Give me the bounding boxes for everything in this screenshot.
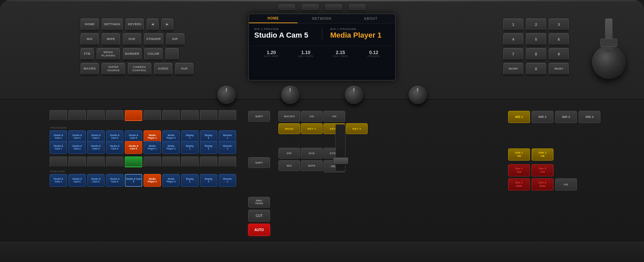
me2-button[interactable]: M/E 2 [532, 111, 553, 123]
media-players-button[interactable]: MEDIA PLAYERS [97, 48, 120, 60]
grey-r2-9[interactable] [200, 157, 217, 167]
num-4[interactable]: 4 [503, 33, 523, 45]
on-btn-1[interactable]: ON [301, 111, 323, 122]
mid-src-2[interactable]: Studio A Cam 2 [68, 141, 86, 154]
tbar[interactable] [335, 124, 345, 171]
macro-btn[interactable]: MACRO [278, 111, 300, 122]
mid-src-7[interactable]: Media Player 2 [162, 141, 180, 154]
mix-btn[interactable]: MIX [278, 160, 300, 171]
dsk2-auto-button[interactable]: Dsc 2 Auto [532, 178, 553, 190]
next-button[interactable]: ► [161, 18, 173, 31]
bkgd-btn[interactable]: BKGD [278, 123, 300, 134]
super-source-button[interactable]: SUPER SOURCE [102, 63, 125, 75]
auto-button[interactable]: AUTO [248, 224, 270, 236]
grey-r2-5-green[interactable] [125, 157, 142, 167]
grey-bus-btn-active[interactable] [125, 110, 142, 121]
prev-src-4[interactable]: Studio A Cam 4 [106, 174, 123, 187]
prev-src-8[interactable]: Replay 1 [181, 174, 199, 187]
num-2[interactable]: 2 [526, 18, 546, 31]
prev-trans-button[interactable]: PREV TRANS [248, 197, 270, 208]
knob-1[interactable] [217, 86, 236, 104]
dsk1-cut-button[interactable]: Dsc 1 Cut [508, 164, 530, 176]
shift-button-1[interactable]: SHIFT [248, 111, 270, 122]
tbar-handle[interactable] [333, 158, 348, 164]
prev-button[interactable]: ◄ [147, 18, 159, 31]
stinger-button[interactable]: STINGER [144, 33, 163, 45]
extra-btn-1[interactable] [165, 48, 179, 60]
prev-src-6[interactable]: Media Player 1 [144, 174, 161, 187]
grey-r2-7[interactable] [162, 157, 180, 167]
prev-src-10[interactable]: Remote 1 [219, 174, 236, 187]
me4-button[interactable]: M/E 4 [579, 111, 600, 123]
tab-network[interactable]: NETWORK [298, 14, 346, 23]
mid-src-6[interactable]: Media Player 1 [144, 141, 161, 154]
dsk2-cut-button[interactable]: Dsc 2 Cut [532, 164, 553, 176]
grey-bus-btn[interactable] [87, 110, 105, 121]
aux-button[interactable]: AUX [175, 63, 194, 75]
grey-bus-btn[interactable] [50, 110, 67, 121]
grey-r2-10[interactable] [219, 157, 236, 167]
reset-button[interactable]: RESET [549, 63, 569, 75]
mid-src-4[interactable]: Studio A Cam 4 [106, 141, 123, 154]
me3-button[interactable]: M/E 3 [555, 111, 577, 123]
grey-r2-1[interactable] [50, 157, 67, 167]
dsk1-auto-button[interactable]: Dsc 1 Auto [508, 178, 530, 190]
audio-button[interactable]: AUDIO [154, 63, 172, 75]
mid-src-3[interactable]: Studio A Cam 3 [87, 141, 105, 154]
top-mini-btn-3[interactable] [325, 4, 342, 10]
grey-bus-btn[interactable] [68, 110, 86, 121]
mid-src-1[interactable]: Studio A Cam 1 [50, 141, 67, 154]
grey-r2-3[interactable] [87, 157, 105, 167]
prev-src-5-active[interactable]: Studio A Cam 5 [125, 174, 142, 187]
num-7[interactable]: 7 [503, 48, 523, 60]
knob-3[interactable] [345, 86, 363, 104]
dip-btn[interactable]: DIP [278, 148, 300, 159]
enter-button[interactable]: ENTER [503, 63, 523, 75]
num-5[interactable]: 5 [526, 33, 546, 45]
mid-src-5[interactable]: Studio A Cam 5 [125, 141, 142, 154]
mid-src-10[interactable]: Remote 1 [219, 141, 236, 154]
on-btn-2[interactable]: ON [323, 111, 345, 122]
dsk2-tie-button[interactable]: DSK 2 TIE [532, 148, 553, 161]
macro-button[interactable]: MACRO [80, 63, 99, 75]
top-mini-btn-1[interactable] [278, 4, 295, 10]
prev-src-3[interactable]: Studio A Cam 3 [87, 174, 105, 187]
cut-button[interactable]: CUT [248, 210, 270, 222]
top-mini-btn-2[interactable] [302, 4, 319, 10]
top-mini-btn-4[interactable] [349, 4, 366, 10]
settings-button[interactable]: SETTINGS [102, 18, 123, 31]
grey-bus-btn[interactable] [162, 110, 180, 121]
keyers-button[interactable]: KEYERS [125, 18, 144, 31]
mid-src-9[interactable]: Replay 2 [200, 141, 217, 154]
knob-2[interactable] [281, 86, 300, 104]
ftb-right-button[interactable]: FtS [555, 178, 577, 190]
tab-about[interactable]: ABOUT [346, 14, 395, 23]
num-1[interactable]: 1 [503, 18, 523, 31]
dip-button[interactable]: DIP [166, 33, 184, 45]
key3-btn[interactable]: KEY 3 [346, 123, 368, 134]
color-button[interactable]: COLOR [144, 48, 163, 60]
grey-r2-4[interactable] [106, 157, 123, 167]
mix-button[interactable]: MIX [80, 33, 99, 45]
num-8[interactable]: 8 [526, 48, 546, 60]
grey-bus-btn[interactable] [200, 110, 217, 121]
num-3[interactable]: 3 [549, 18, 569, 31]
prev-src-7[interactable]: Media Player 2 [162, 174, 180, 187]
mid-src-8[interactable]: Replay 1 [181, 141, 199, 154]
num-6[interactable]: 6 [549, 33, 569, 45]
home-button[interactable]: HOME [80, 18, 99, 31]
grey-bus-btn[interactable] [106, 110, 123, 121]
shift-button-2[interactable]: SHIFT [248, 157, 270, 168]
dve-btn[interactable]: DVE [301, 148, 323, 159]
knob-4[interactable] [409, 86, 427, 104]
grey-r2-8[interactable] [181, 157, 199, 167]
wipe-btn[interactable]: WIPE [301, 160, 323, 171]
dsk1-tie-button[interactable]: DSK 1 TIE [508, 148, 530, 161]
num-9[interactable]: 9 [549, 48, 569, 60]
tab-home[interactable]: HOME [249, 14, 298, 23]
grey-bus-btn[interactable] [219, 110, 236, 121]
grey-r2-2[interactable] [68, 157, 86, 167]
key1-btn[interactable]: KEY 1 [301, 123, 323, 134]
wipe-button[interactable]: WIPE [102, 33, 120, 45]
grey-bus-btn[interactable] [181, 110, 199, 121]
